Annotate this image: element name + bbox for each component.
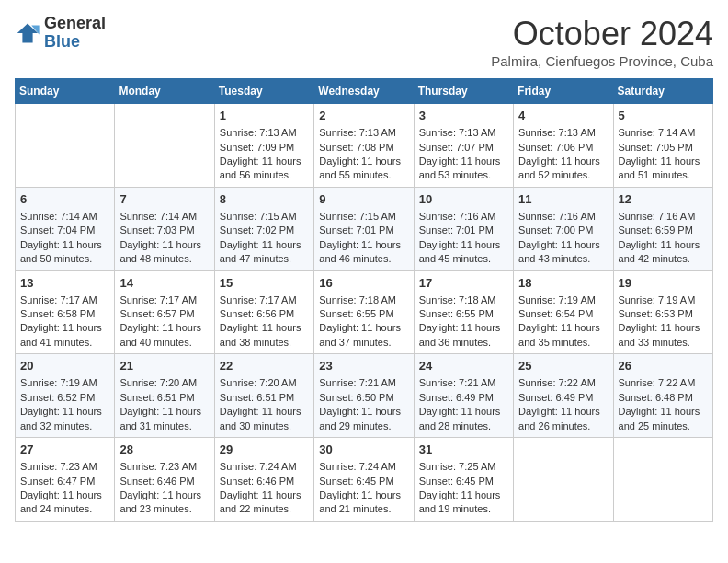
calendar-cell: 12Sunrise: 7:16 AMSunset: 6:59 PMDayligh… bbox=[613, 187, 712, 270]
logo-general-text: General bbox=[44, 15, 106, 33]
day-info-line: Daylight: 11 hours and 53 minutes. bbox=[419, 155, 508, 183]
day-info-line: Daylight: 11 hours and 23 minutes. bbox=[119, 488, 209, 517]
day-info-line: Sunset: 6:45 PM bbox=[319, 475, 408, 488]
day-info-line: Daylight: 11 hours and 52 minutes. bbox=[518, 155, 608, 183]
day-info-line: Sunset: 6:50 PM bbox=[319, 391, 408, 405]
day-info-line: Sunrise: 7:23 AM bbox=[20, 460, 109, 474]
day-info-line: Sunrise: 7:20 AM bbox=[220, 376, 309, 390]
day-number: 15 bbox=[220, 275, 309, 292]
title-block: October 2024 Palmira, Cienfuegos Provinc… bbox=[491, 15, 713, 69]
day-info-line: Sunset: 6:46 PM bbox=[119, 475, 209, 488]
calendar-cell: 15Sunrise: 7:17 AMSunset: 6:56 PMDayligh… bbox=[214, 270, 313, 354]
day-info-line: Daylight: 11 hours and 29 minutes. bbox=[319, 405, 408, 433]
header-saturday: Saturday bbox=[613, 79, 712, 104]
calendar-cell: 31Sunrise: 7:25 AMSunset: 6:45 PMDayligh… bbox=[414, 438, 513, 522]
day-info-line: Sunrise: 7:13 AM bbox=[419, 126, 508, 140]
calendar-cell: 3Sunrise: 7:13 AMSunset: 7:07 PMDaylight… bbox=[414, 104, 513, 188]
calendar-cell: 2Sunrise: 7:13 AMSunset: 7:08 PMDaylight… bbox=[314, 104, 414, 188]
calendar-table: SundayMondayTuesdayWednesdayThursdayFrid… bbox=[15, 78, 713, 522]
calendar-header: SundayMondayTuesdayWednesdayThursdayFrid… bbox=[16, 79, 713, 104]
day-info-line: Sunrise: 7:14 AM bbox=[119, 210, 209, 224]
header-thursday: Thursday bbox=[414, 79, 513, 104]
day-info-line: Sunset: 6:57 PM bbox=[119, 307, 209, 321]
day-number: 28 bbox=[119, 442, 209, 458]
day-info-line: Sunrise: 7:17 AM bbox=[220, 293, 309, 307]
day-info-line: Sunset: 7:04 PM bbox=[20, 224, 109, 237]
calendar-cell: 30Sunrise: 7:24 AMSunset: 6:45 PMDayligh… bbox=[314, 438, 414, 522]
day-info-line: Sunset: 6:51 PM bbox=[220, 391, 309, 405]
day-info-line: Sunrise: 7:17 AM bbox=[119, 293, 209, 307]
day-info-line: Sunset: 6:52 PM bbox=[20, 391, 109, 405]
calendar-cell: 20Sunrise: 7:19 AMSunset: 6:52 PMDayligh… bbox=[16, 354, 115, 438]
day-info-line: Daylight: 11 hours and 56 minutes. bbox=[220, 155, 309, 183]
calendar-cell: 9Sunrise: 7:15 AMSunset: 7:01 PMDaylight… bbox=[314, 187, 414, 270]
day-number: 16 bbox=[319, 275, 408, 292]
day-number: 5 bbox=[619, 108, 708, 124]
logo-blue-text: Blue bbox=[44, 33, 106, 52]
calendar-cell bbox=[115, 104, 214, 188]
calendar-cell bbox=[613, 438, 712, 522]
day-info-line: Daylight: 11 hours and 30 minutes. bbox=[220, 405, 309, 433]
day-info-line: Sunset: 6:56 PM bbox=[220, 307, 309, 321]
day-info-line: Daylight: 11 hours and 33 minutes. bbox=[619, 321, 708, 350]
day-number: 3 bbox=[419, 108, 508, 124]
calendar-cell: 16Sunrise: 7:18 AMSunset: 6:55 PMDayligh… bbox=[314, 270, 414, 354]
day-info-line: Sunrise: 7:13 AM bbox=[319, 126, 408, 140]
calendar-cell: 23Sunrise: 7:21 AMSunset: 6:50 PMDayligh… bbox=[314, 354, 414, 438]
calendar-cell: 11Sunrise: 7:16 AMSunset: 7:00 PMDayligh… bbox=[514, 187, 613, 270]
header-sunday: Sunday bbox=[16, 79, 115, 104]
day-info-line: Daylight: 11 hours and 47 minutes. bbox=[220, 238, 309, 267]
day-info-line: Sunrise: 7:24 AM bbox=[220, 460, 309, 474]
day-info-line: Daylight: 11 hours and 46 minutes. bbox=[319, 238, 408, 267]
day-info-line: Sunrise: 7:20 AM bbox=[119, 376, 209, 390]
day-number: 11 bbox=[518, 191, 608, 208]
day-info-line: Sunset: 6:45 PM bbox=[419, 475, 508, 488]
calendar-cell: 7Sunrise: 7:14 AMSunset: 7:03 PMDaylight… bbox=[115, 187, 214, 270]
day-info-line: Sunset: 6:54 PM bbox=[518, 307, 608, 321]
day-info-line: Sunset: 7:01 PM bbox=[319, 224, 408, 237]
day-number: 29 bbox=[220, 442, 309, 458]
day-info-line: Sunrise: 7:13 AM bbox=[518, 126, 608, 140]
day-info-line: Sunrise: 7:25 AM bbox=[419, 460, 508, 474]
calendar-cell: 26Sunrise: 7:22 AMSunset: 6:48 PMDayligh… bbox=[613, 354, 712, 438]
page-header: General Blue October 2024 Palmira, Cienf… bbox=[15, 15, 713, 69]
header-wednesday: Wednesday bbox=[314, 79, 414, 104]
day-info-line: Sunrise: 7:16 AM bbox=[419, 210, 508, 224]
day-info-line: Daylight: 11 hours and 25 minutes. bbox=[619, 405, 708, 433]
header-monday: Monday bbox=[115, 79, 214, 104]
calendar-cell bbox=[514, 438, 613, 522]
day-info-line: Sunrise: 7:19 AM bbox=[619, 293, 708, 307]
month-title: October 2024 bbox=[491, 15, 713, 53]
day-info-line: Sunset: 7:01 PM bbox=[419, 224, 508, 237]
day-info-line: Daylight: 11 hours and 35 minutes. bbox=[518, 321, 608, 350]
day-number: 31 bbox=[419, 442, 508, 458]
day-info-line: Daylight: 11 hours and 43 minutes. bbox=[518, 238, 608, 267]
day-info-line: Sunset: 6:55 PM bbox=[419, 307, 508, 321]
day-info-line: Sunrise: 7:22 AM bbox=[619, 376, 708, 390]
day-info-line: Sunset: 7:07 PM bbox=[419, 141, 508, 155]
logo: General Blue bbox=[15, 15, 106, 52]
day-number: 13 bbox=[20, 275, 109, 292]
day-info-line: Daylight: 11 hours and 21 minutes. bbox=[319, 488, 408, 517]
day-info-line: Daylight: 11 hours and 24 minutes. bbox=[20, 488, 109, 517]
calendar-cell: 10Sunrise: 7:16 AMSunset: 7:01 PMDayligh… bbox=[414, 187, 513, 270]
day-info-line: Daylight: 11 hours and 42 minutes. bbox=[619, 238, 708, 267]
calendar-cell: 6Sunrise: 7:14 AMSunset: 7:04 PMDaylight… bbox=[16, 187, 115, 270]
day-info-line: Sunrise: 7:24 AM bbox=[319, 460, 408, 474]
week-row-2: 6Sunrise: 7:14 AMSunset: 7:04 PMDaylight… bbox=[16, 187, 713, 270]
day-info-line: Sunset: 7:06 PM bbox=[518, 141, 608, 155]
calendar-cell: 1Sunrise: 7:13 AMSunset: 7:09 PMDaylight… bbox=[214, 104, 313, 188]
day-info-line: Sunrise: 7:23 AM bbox=[119, 460, 209, 474]
day-info-line: Sunrise: 7:21 AM bbox=[319, 376, 408, 390]
day-number: 27 bbox=[20, 442, 109, 458]
day-info-line: Sunset: 6:48 PM bbox=[619, 391, 708, 405]
day-info-line: Daylight: 11 hours and 37 minutes. bbox=[319, 321, 408, 350]
day-number: 25 bbox=[518, 358, 608, 374]
day-info-line: Sunrise: 7:14 AM bbox=[20, 210, 109, 224]
day-info-line: Sunset: 7:03 PM bbox=[119, 224, 209, 237]
day-info-line: Daylight: 11 hours and 41 minutes. bbox=[20, 321, 109, 350]
calendar-cell: 29Sunrise: 7:24 AMSunset: 6:46 PMDayligh… bbox=[214, 438, 313, 522]
calendar-cell: 27Sunrise: 7:23 AMSunset: 6:47 PMDayligh… bbox=[16, 438, 115, 522]
calendar-cell: 4Sunrise: 7:13 AMSunset: 7:06 PMDaylight… bbox=[514, 104, 613, 188]
calendar-cell: 18Sunrise: 7:19 AMSunset: 6:54 PMDayligh… bbox=[514, 270, 613, 354]
